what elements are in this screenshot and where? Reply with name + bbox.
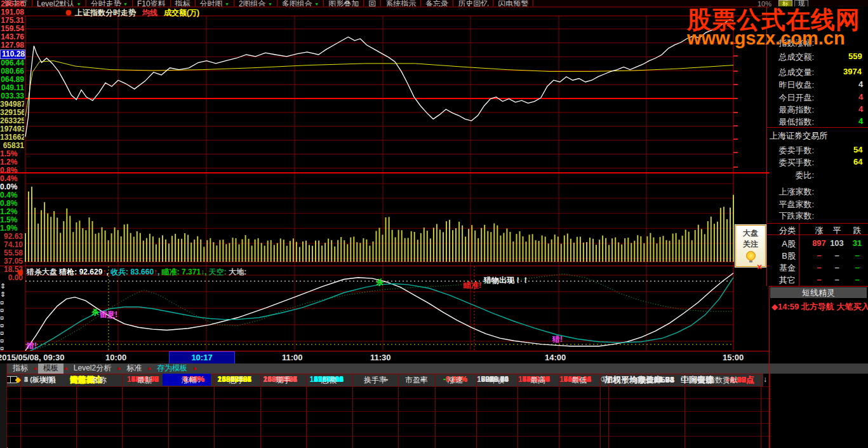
class-cell: 31 [848,238,867,248]
indicator-header-text: 收兵: 83.660 [110,268,154,276]
table-header-cell[interactable]: 总手 [229,375,244,386]
indicator-header-text: , [157,268,162,276]
market-watch-button[interactable]: 大盘 关注 [735,225,766,267]
ma-legend-label[interactable]: 均线 [142,8,157,17]
app-window: 返主页Level2默认 ▼分时走势 ▼F10资料指标分时图 ▼2图组合 ▼多图组… [0,0,868,448]
tab-4[interactable]: 存为模板 [152,363,192,374]
signal-marker-icon: ¤ [0,314,25,322]
class-cell: 103 [827,238,846,248]
indicator-header-text: 猎枪: 92.629 [59,268,102,276]
price-axis-label: 064.89 [0,76,24,84]
tab-separator-icon: ▲ [192,363,197,373]
chart-flag-icon [66,10,71,15]
info-label: 委卖手数: [768,145,814,156]
info-value: 3974 [843,67,862,76]
tab-0[interactable]: 指标 [8,363,33,374]
table-row[interactable]: ◆3 (板块指)网络安全7847.977.08%5306624530662421… [0,411,763,423]
volume-axis-label: 131662 [0,133,24,142]
volume-axis-label: 263325 [0,117,24,125]
class-table-topline [766,223,868,224]
info-label: 昨日收盘: [768,79,814,91]
table-row-separator [6,398,770,399]
left-side-strip[interactable] [0,363,7,448]
class-cell: – [848,250,867,260]
class-cell[interactable]: A股 [770,238,796,250]
info-value: 54 [853,145,862,154]
class-header: 涨 [808,225,830,236]
class-cell: – [827,275,846,284]
indicator-annotation: 杀 [376,277,384,288]
price-axis-label: 175.31 [0,17,24,25]
table-header-cell[interactable]: 涨速 [448,375,463,386]
time-tick-label: 11:30 [370,353,391,362]
volume-axis-label: 197493 [0,125,24,133]
updown-arrow-marker-icon: ⇕ [0,290,25,299]
sprite-item[interactable]: ◆14:59 北方导航 大笔买入 [771,301,868,313]
price-axis-label: 191.08 [0,8,24,17]
close-icon[interactable]: × [757,262,762,272]
signal-marker-icon: ¤ [0,337,25,344]
volume-axis-label: 394987 [0,100,24,109]
table-header-cell[interactable]: ① [601,375,608,384]
class-cell: – [827,250,846,260]
time-cursor-readout: 10:17 [169,351,235,364]
indicator-annotation: 猎! [552,334,563,345]
table-header-cell[interactable]: 昨收 [489,375,504,386]
table-row[interactable]: ◆2 (板块指)计算机14156.727.09%2691346426913464… [0,399,763,411]
info-label: 最低指数: [768,116,814,128]
price-axis-label: 080.66 [0,67,24,76]
info-label: 今日开盘: [768,92,814,104]
info-label: 最高指数: [768,104,814,116]
class-cell: – [848,262,867,272]
lightbulb-icon [746,251,756,261]
table-row[interactable]: ◆1 (板块指)智慧城市6539.767.50%1339279613392796… [0,387,763,399]
lightbulb-base [749,261,752,262]
info-label: 委比: [768,170,814,181]
table-row-separator [6,411,770,412]
table-header-cell[interactable]: 市场统计 [631,375,662,386]
tab-2[interactable]: Level2分析 [69,363,116,374]
class-cell[interactable]: B股 [770,250,796,262]
indicator-header: 猎杀大盘 猎枪: 92.629↑, 收兵: 83.660↑, 瞄准: 7.371… [18,267,246,275]
info-value: 559 [848,51,862,61]
indicator-header-text: 大地: [229,268,246,276]
tab-1[interactable]: 模板 [38,363,63,374]
table-row-separator [6,386,770,387]
tab-3[interactable]: 标准 [121,363,147,374]
watch-button-line1: 大盘 [736,228,765,239]
table-header-cell[interactable]: 关系 [41,375,56,386]
date-time-label: 2015/05/08, 09:30 [0,353,65,362]
info-value: 4 [858,92,863,102]
volume-legend-label[interactable]: 成交额(万) [164,8,199,17]
price-axis-label: 143.76 [0,33,24,41]
table-header-cell[interactable]: 市盈率 [405,375,428,386]
indicator-annotation: 猎! [27,341,37,351]
price-axis-label: 206.86 [0,0,24,8]
class-cell: – [827,262,846,272]
class-header: 分类 [770,225,796,236]
table-header-cell[interactable]: 涨幅↓ [182,375,201,386]
price-axis-label: 049.11 [0,84,24,92]
indicator-header-text: 瞄准: 7.371 [162,268,201,276]
class-cell[interactable]: 其它 [770,275,796,286]
table-header-cell[interactable]: 最新 [137,375,152,386]
table-header-cell[interactable]: 名称 [91,375,107,386]
class-cell[interactable]: 基金 [770,262,796,274]
panel-section-divider [766,127,868,128]
diamond-icon: ◆ [15,374,20,386]
class-cell: – [808,250,830,260]
chart-title: 上证指数分时走势 [75,8,136,17]
table-header-cell[interactable]: 现手 [276,375,291,386]
class-header: 跌 [848,225,867,236]
info-label: 总成交额: [768,51,814,63]
table-header-cell[interactable]: 最低 [571,375,587,386]
table-row[interactable]: ◆4 (板块指)大数据7470.087.05%14878901148789015… [0,423,763,435]
table-header-cell[interactable]: 总额 [321,375,337,386]
table-header-cell[interactable]: 最高 [530,375,545,386]
time-tick-label: 14:00 [545,353,566,362]
price-axis-label: 110.28 [0,50,25,59]
signal-marker-icon: ¤ [0,299,25,306]
table-row[interactable]: ◆5 (板块指)云计算6358.996.88%16657897166578975… [0,435,763,447]
chart-title-bar: 上证指数分时走势均线成交额(万) [66,8,199,16]
table-header-cell[interactable]: 换手率 [364,375,387,386]
